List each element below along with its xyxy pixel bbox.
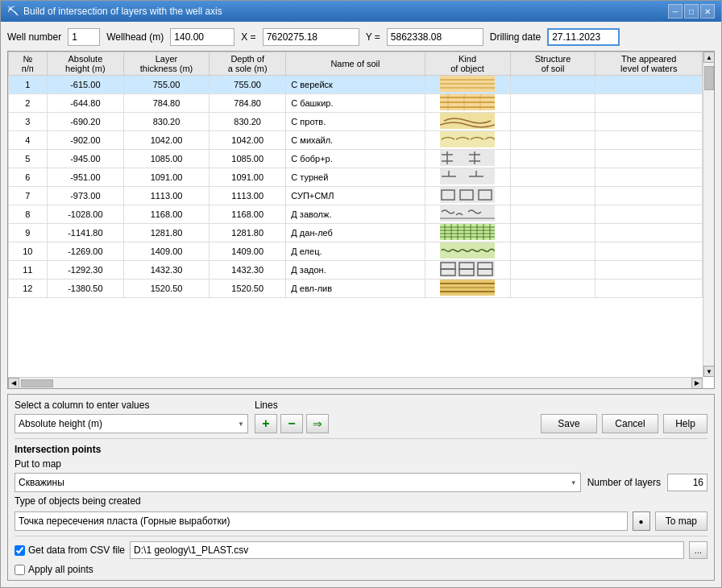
dot-button[interactable]: ● bbox=[633, 511, 650, 531]
combo-arrow-icon: ▼ bbox=[571, 479, 577, 487]
cell-depth: 1520.50 bbox=[210, 280, 286, 298]
scroll-up-button[interactable]: ▲ bbox=[703, 52, 715, 63]
cell-kind bbox=[425, 224, 510, 242]
cell-waters bbox=[595, 168, 703, 187]
cell-struct bbox=[510, 150, 595, 168]
get-csv-checkbox-label[interactable]: Get data from CSV file bbox=[15, 545, 125, 556]
table-row[interactable]: 5 -945.00 1085.00 1085.00 С бобр+р. bbox=[9, 150, 703, 168]
cell-waters bbox=[595, 205, 703, 224]
close-button[interactable]: ✕ bbox=[700, 4, 715, 19]
cell-depth: 1091.00 bbox=[210, 168, 286, 187]
col-header-kind: Kindof object bbox=[425, 52, 510, 76]
scroll-down-button[interactable]: ▼ bbox=[703, 366, 715, 377]
table-row[interactable]: 6 -951.00 1091.00 1091.00 С турней bbox=[9, 168, 703, 187]
num-layers-input[interactable] bbox=[667, 474, 707, 491]
table-row[interactable]: 1 -615.00 755.00 755.00 С верейск bbox=[9, 76, 703, 94]
select-arrow-icon: ▼ bbox=[238, 420, 244, 428]
save-button[interactable]: Save bbox=[541, 414, 597, 433]
cell-struct bbox=[510, 168, 595, 187]
cell-thick: 1085.00 bbox=[124, 150, 210, 168]
maximize-button[interactable]: □ bbox=[684, 4, 699, 19]
table-row[interactable]: 4 -902.00 1042.00 1042.00 С михайл. bbox=[9, 131, 703, 150]
scroll-thumb[interactable] bbox=[704, 66, 714, 90]
cell-waters bbox=[595, 242, 703, 261]
arrow-line-button[interactable]: ⇒ bbox=[306, 414, 329, 433]
intersection-section: Intersection points Put to map Скважины … bbox=[15, 444, 707, 531]
cell-thick: 1281.80 bbox=[124, 224, 210, 242]
table-row[interactable]: 11 -1292.30 1432.30 1432.30 Д задон. bbox=[9, 261, 703, 280]
svg-rect-46 bbox=[440, 242, 495, 259]
cell-abs: -690.20 bbox=[47, 113, 123, 131]
cell-waters bbox=[595, 150, 703, 168]
cell-depth: 784.80 bbox=[210, 94, 286, 113]
table-row[interactable]: 12 -1380.50 1520.50 1520.50 Д евл-лив bbox=[9, 280, 703, 298]
cell-struct bbox=[510, 224, 595, 242]
scroll-right-button[interactable]: ▶ bbox=[691, 378, 703, 389]
get-csv-checkbox[interactable] bbox=[15, 545, 25, 556]
divider-2 bbox=[15, 536, 707, 536]
cell-waters bbox=[595, 113, 703, 131]
put-to-map-combo[interactable]: Скважины ▼ bbox=[15, 473, 581, 492]
to-map-button[interactable]: To map bbox=[655, 511, 707, 531]
cell-abs: -951.00 bbox=[47, 168, 123, 187]
cell-num: 4 bbox=[9, 131, 48, 150]
x-label: X = bbox=[241, 31, 255, 43]
window-title: Build of intersection of layers with the… bbox=[23, 6, 663, 17]
table-row[interactable]: 9 -1141.80 1281.80 1281.80 Д дан-леб bbox=[9, 224, 703, 242]
put-to-map-label: Put to map bbox=[15, 458, 707, 470]
table-row[interactable]: 10 -1269.00 1409.00 1409.00 Д елец. bbox=[9, 242, 703, 261]
type-objects-input[interactable] bbox=[15, 511, 628, 531]
table-row[interactable]: 3 -690.20 830.20 830.20 С протв. bbox=[9, 113, 703, 131]
cell-name: Д заволж. bbox=[286, 205, 425, 224]
cell-thick: 1409.00 bbox=[124, 242, 210, 261]
cell-thick: 755.00 bbox=[124, 76, 210, 94]
well-number-input[interactable] bbox=[68, 28, 100, 46]
cell-thick: 1168.00 bbox=[124, 205, 210, 224]
browse-button[interactable]: ... bbox=[689, 541, 707, 559]
action-buttons: Save Cancel Help bbox=[541, 414, 707, 433]
minimize-button[interactable]: ─ bbox=[668, 4, 683, 19]
cell-num: 12 bbox=[9, 280, 48, 298]
cancel-button[interactable]: Cancel bbox=[602, 414, 658, 433]
y-label: Y = bbox=[366, 31, 380, 43]
x-input[interactable] bbox=[263, 28, 359, 46]
apply-all-checkbox[interactable] bbox=[15, 565, 25, 575]
col-header-waters: The appearedlevel of waters bbox=[595, 52, 703, 76]
scroll-left-button[interactable]: ◀ bbox=[8, 378, 19, 389]
help-button[interactable]: Help bbox=[663, 414, 707, 433]
cell-abs: -1141.80 bbox=[47, 224, 123, 242]
add-line-button[interactable]: + bbox=[255, 414, 277, 433]
get-csv-label: Get data from CSV file bbox=[28, 545, 125, 556]
cell-name: Д елец. bbox=[286, 242, 425, 261]
drilling-date-input[interactable] bbox=[547, 28, 620, 46]
num-layers-label: Number of layers bbox=[587, 477, 661, 488]
cell-num: 1 bbox=[9, 76, 48, 94]
table-scroll-area[interactable]: №п/п Absoluteheight (m) Layerthickness (… bbox=[8, 52, 714, 317]
table-row[interactable]: 8 -1028.00 1168.00 1168.00 Д заволж. bbox=[9, 205, 703, 224]
apply-all-label: Apply all points bbox=[28, 564, 93, 575]
hscroll-thumb[interactable] bbox=[21, 379, 53, 387]
cell-kind bbox=[425, 168, 510, 187]
cell-name: С протв. bbox=[286, 113, 425, 131]
cell-num: 7 bbox=[9, 187, 48, 205]
apply-all-checkbox-label[interactable]: Apply all points bbox=[15, 564, 93, 575]
cell-abs: -973.00 bbox=[47, 187, 123, 205]
put-to-map-value: Скважины bbox=[19, 477, 64, 488]
cell-name: Д дан-леб bbox=[286, 224, 425, 242]
cell-struct bbox=[510, 205, 595, 224]
table-row[interactable]: 2 -644.80 784.80 784.80 С башкир. bbox=[9, 94, 703, 113]
wellhead-input[interactable] bbox=[170, 28, 234, 46]
cell-name: С башкир. bbox=[286, 94, 425, 113]
svg-rect-12 bbox=[440, 131, 495, 147]
cell-name: С бобр+р. bbox=[286, 150, 425, 168]
main-content: Well number Wellhead (m) X = Y = Drillin… bbox=[1, 22, 721, 587]
cell-depth: 1113.00 bbox=[210, 187, 286, 205]
y-input[interactable] bbox=[387, 28, 483, 46]
table-row[interactable]: 7 -973.00 1113.00 1113.00 СУП+СМЛ bbox=[9, 187, 703, 205]
remove-line-button[interactable]: − bbox=[280, 414, 303, 433]
column-select[interactable]: Absolute height (m) ▼ bbox=[15, 414, 248, 433]
window-icon: ⛏ bbox=[7, 5, 19, 18]
csv-path-input[interactable] bbox=[130, 541, 684, 559]
cell-num: 3 bbox=[9, 113, 48, 131]
select-col-label: Select a column to enter values bbox=[15, 400, 248, 411]
